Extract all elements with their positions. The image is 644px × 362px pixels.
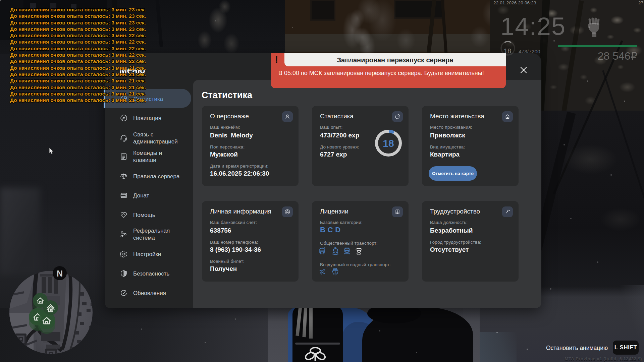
svg-text:N: N xyxy=(57,269,63,278)
svg-text:18: 18 xyxy=(383,138,394,149)
